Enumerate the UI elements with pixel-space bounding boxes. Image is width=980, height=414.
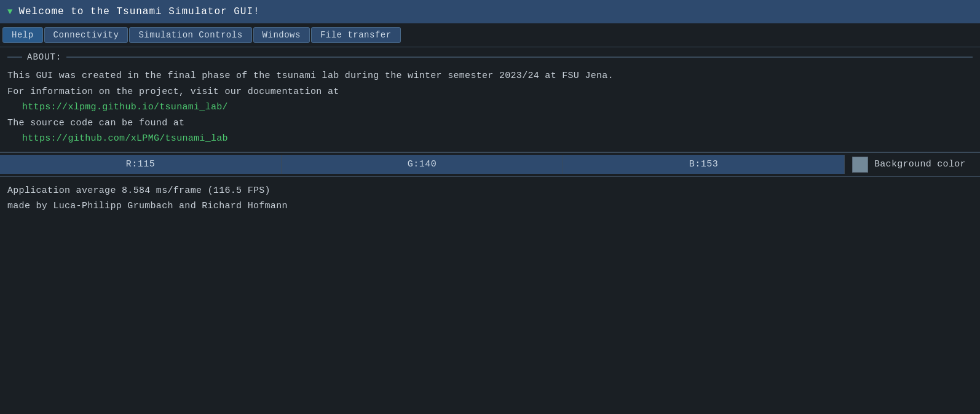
red-channel[interactable]: R:115 — [0, 155, 282, 174]
about-header-label: ABOUT: — [27, 52, 61, 62]
about-header-line-right — [66, 57, 973, 58]
about-header-line-left — [7, 57, 22, 58]
status-bar: Application average 8.584 ms/frame (116.… — [0, 177, 980, 221]
about-line2: For information on the project, visit ou… — [7, 84, 973, 100]
green-channel-text: G:140 — [408, 159, 437, 170]
b-label: B: — [689, 159, 701, 170]
status-line1: Application average 8.584 ms/frame (116.… — [7, 183, 973, 199]
about-line1: This GUI was created in the final phase … — [7, 68, 973, 84]
tab-file-transfer[interactable]: File transfer — [311, 27, 401, 43]
menu-bar: Help Connectivity Simulation Controls Wi… — [0, 23, 980, 47]
about-header: ABOUT: — [7, 52, 973, 62]
red-channel-text: R:115 — [126, 159, 156, 170]
title-bar: ▼ Welcome to the Tsunami Simulator GUI! — [0, 0, 980, 23]
r-value: 115 — [138, 159, 156, 170]
about-line3: The source code can be found at — [7, 115, 973, 131]
blue-channel[interactable]: B:153 — [563, 155, 845, 174]
tab-windows[interactable]: Windows — [253, 27, 310, 43]
triangle-icon: ▼ — [7, 7, 12, 17]
bg-color-swatch[interactable] — [852, 157, 868, 173]
g-value: 140 — [419, 159, 437, 170]
about-link1[interactable]: https://xlpmg.github.io/tsunami_lab/ — [22, 100, 973, 115]
g-label: G: — [408, 159, 419, 170]
about-section: ABOUT: This GUI was created in the final… — [0, 47, 980, 152]
title-text: Welcome to the Tsunami Simulator GUI! — [18, 6, 259, 17]
content-area: ABOUT: This GUI was created in the final… — [0, 47, 980, 221]
tab-simulation-controls[interactable]: Simulation Controls — [129, 27, 251, 43]
bg-color-section[interactable]: Background color — [845, 153, 980, 176]
tab-help[interactable]: Help — [2, 27, 43, 43]
about-link2[interactable]: https://github.com/xLPMG/tsunami_lab — [22, 131, 973, 147]
bg-color-label: Background color — [874, 159, 966, 170]
status-line2: made by Luca-Philipp Grumbach and Richar… — [7, 198, 973, 214]
blue-channel-text: B:153 — [689, 159, 719, 170]
r-label: R: — [126, 159, 138, 170]
green-channel[interactable]: G:140 — [282, 155, 563, 174]
b-value: 153 — [701, 159, 719, 170]
color-bar: R:115 G:140 B:153 Background color — [0, 152, 980, 177]
tab-connectivity[interactable]: Connectivity — [44, 27, 128, 43]
